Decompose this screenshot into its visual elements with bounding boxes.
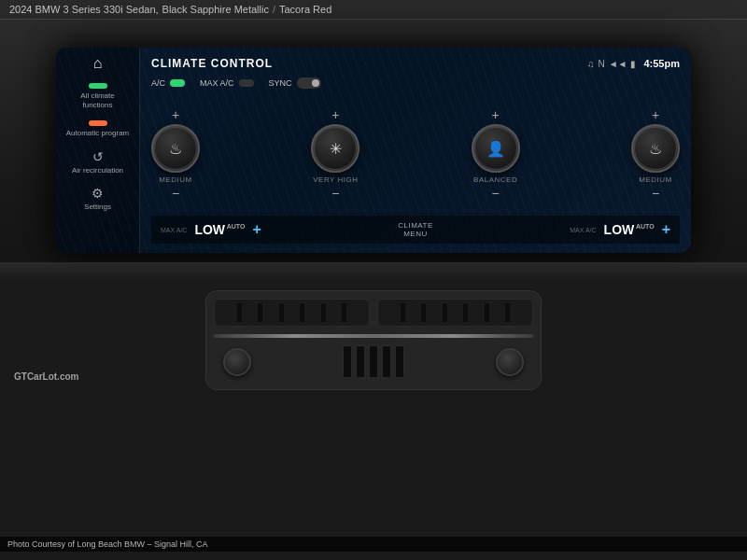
right-temp-value: LOW AUTO	[604, 222, 655, 237]
knob4-minus[interactable]: −	[652, 187, 659, 200]
watermark-text: GTCarLot.com	[14, 371, 78, 382]
vent-louver	[258, 303, 262, 322]
signal-icon: N	[598, 59, 604, 69]
climate-menu-line1: CLIMATE	[398, 221, 433, 230]
sidebar-item-all-climate[interactable]: All climate functions	[60, 79, 136, 113]
vent-louver	[300, 303, 304, 322]
screen-inner: ⌂ All climate functions Automatic progra…	[56, 48, 691, 253]
knob2-dial[interactable]: ✳	[311, 124, 359, 173]
dash-main-section	[0, 281, 747, 560]
climate-menu-button[interactable]: CLIMATE MENU	[398, 221, 433, 238]
knob3-dial[interactable]: 👤	[472, 124, 520, 173]
battery-icon: ▮	[630, 59, 636, 69]
settings-label: Settings	[84, 203, 111, 212]
knob4-plus[interactable]: +	[652, 108, 659, 121]
vent-top-row	[214, 299, 533, 327]
photo-credit-text: Photo Courtesy of Long Beach BMW – Signa…	[7, 539, 208, 549]
knobs-row: + ♨ MEDIUM − + ✳ VERY HIGH	[151, 98, 680, 210]
knob3-plus[interactable]: +	[492, 108, 500, 121]
left-temp-value: LOW AUTO	[194, 222, 245, 237]
sync-toggle[interactable]	[297, 77, 321, 89]
orange-indicator	[89, 120, 107, 126]
left-vent-bar	[214, 299, 370, 327]
left-temp-plus[interactable]: +	[252, 221, 261, 238]
center-bottom-vents	[343, 345, 404, 378]
bottom-louver	[395, 345, 404, 378]
recirculation-icon: ↺	[92, 149, 104, 164]
knob-seat-heat-left: + ♨ MEDIUM −	[151, 108, 200, 200]
climate-header: CLIMATE CONTROL ♫ N ◄◄ ▮ 4:55pm	[151, 57, 680, 70]
home-icon[interactable]: ⌂	[93, 55, 103, 72]
vent-louver	[237, 303, 242, 322]
title-bar: 2024 BMW 3 Series 330i Sedan, Black Sapp…	[0, 0, 747, 20]
automatic-label: Automatic program	[66, 129, 130, 138]
knob1-minus[interactable]: −	[172, 187, 179, 200]
color-name: Black Sapphire Metallic	[162, 4, 269, 15]
music-icon: ♫	[587, 59, 595, 69]
vent-louver	[505, 303, 510, 322]
ac-indicator	[170, 79, 185, 87]
interior-color: Tacora Red	[279, 4, 331, 15]
settings-icon: ⚙	[92, 186, 104, 201]
max-ac-indicator	[239, 79, 254, 87]
knob-seat-heat-right: + ♨ MEDIUM −	[631, 108, 680, 200]
climate-main-content: CLIMATE CONTROL ♫ N ◄◄ ▮ 4:55pm A	[140, 48, 691, 253]
media-icon: ◄◄	[609, 59, 627, 69]
knob2-plus[interactable]: +	[331, 108, 339, 121]
max-ac-toggle[interactable]: MAX A/C	[200, 78, 254, 88]
header-right: ♫ N ◄◄ ▮ 4:55pm	[587, 58, 680, 69]
knob3-minus[interactable]: −	[492, 187, 500, 200]
time-display: 4:55pm	[643, 58, 680, 69]
right-vent-knob[interactable]	[496, 348, 524, 376]
climate-menu-line2: MENU	[398, 230, 433, 238]
knob2-minus[interactable]: −	[331, 187, 339, 200]
separator: /	[273, 4, 275, 15]
knob2-label: VERY HIGH	[313, 175, 358, 184]
sidebar-item-settings[interactable]: ⚙ Settings	[60, 182, 136, 216]
car-name: 2024 BMW 3 Series 330i Sedan,	[9, 4, 159, 15]
knob3-label: BALANCED	[473, 175, 517, 184]
vent-louver	[485, 303, 489, 322]
sync-toggle-group[interactable]: SYNC	[269, 77, 321, 89]
vent-louver	[321, 303, 326, 322]
vent-louver	[401, 303, 405, 322]
all-climate-label: All climate functions	[65, 91, 131, 109]
infotainment-screen[interactable]: ⌂ All climate functions Automatic progra…	[56, 48, 691, 253]
knob4-dial[interactable]: ♨	[631, 124, 680, 173]
bottom-louver	[343, 345, 352, 378]
knob1-dial[interactable]: ♨	[151, 124, 200, 173]
watermark: GTCarLot.com	[14, 367, 78, 384]
knob2-icon: ✳	[330, 140, 342, 158]
green-indicator	[89, 83, 107, 89]
bottom-temp-controls: MAX A/C LOW AUTO + CLIMATE MENU MAX A/C …	[151, 216, 680, 244]
left-vent-knob[interactable]	[223, 348, 251, 376]
chrome-strip	[214, 334, 533, 338]
right-vent-bar	[377, 299, 533, 327]
vent-louver	[342, 303, 346, 322]
status-icons: ♫ N ◄◄ ▮	[587, 59, 637, 69]
vent-controls-row	[214, 342, 533, 382]
dashboard-physical	[0, 262, 747, 560]
right-temp-plus[interactable]: +	[662, 221, 670, 238]
climate-title: CLIMATE CONTROL	[151, 57, 273, 70]
knob4-icon: ♨	[649, 140, 662, 158]
sidebar-item-recirculation[interactable]: ↺ Air recirculation	[60, 146, 136, 179]
bottom-louver	[382, 345, 391, 378]
dashboard-area: ⌂ All climate functions Automatic progra…	[0, 20, 747, 552]
vent-louver	[421, 303, 426, 322]
right-temp-prefix: MAX A/C	[570, 227, 596, 233]
sidebar-item-automatic[interactable]: Automatic program	[60, 117, 136, 142]
vent-louver	[463, 303, 468, 322]
max-ac-label: MAX A/C	[200, 78, 234, 88]
dash-top-edge	[0, 262, 747, 281]
left-temp-prefix: MAX A/C	[161, 227, 187, 233]
right-temp-control: MAX A/C LOW AUTO +	[570, 221, 670, 238]
vent-louver	[279, 303, 284, 322]
knob3-icon: 👤	[486, 140, 505, 158]
bottom-louver	[369, 345, 378, 378]
bottom-louver	[356, 345, 365, 378]
center-vent-housing	[205, 290, 542, 390]
climate-sidebar: ⌂ All climate functions Automatic progra…	[56, 48, 140, 253]
ac-toggle[interactable]: A/C	[151, 78, 185, 88]
knob1-plus[interactable]: +	[172, 108, 179, 121]
